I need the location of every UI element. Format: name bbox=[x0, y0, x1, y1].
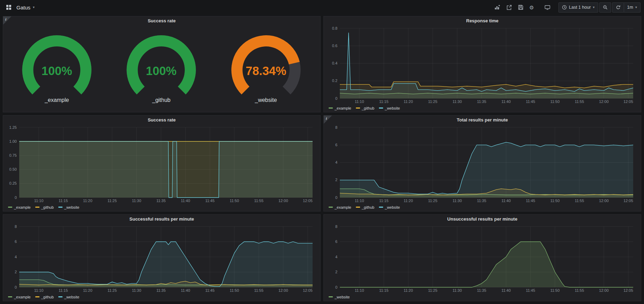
panel-info-icon[interactable]: i bbox=[324, 116, 332, 124]
gear-icon[interactable]: ⚙ bbox=[527, 3, 536, 12]
legend-item-_website[interactable]: _website bbox=[379, 106, 400, 110]
panel-total-results: i Total results per minute 11:1011:1511:… bbox=[323, 115, 641, 212]
chart-canvas[interactable]: 11:1011:1511:2011:2511:3011:3511:4011:45… bbox=[325, 223, 639, 294]
x-axis-tick-label: 11:50 bbox=[550, 199, 560, 203]
x-axis-tick-label: 11:40 bbox=[502, 99, 511, 104]
legend-item-_example[interactable]: _example bbox=[8, 205, 31, 209]
x-axis-tick-label: 11:30 bbox=[453, 288, 462, 292]
navbar: Gatus ▾ ⚙ bbox=[0, 0, 644, 15]
cycle-view-monitor-icon[interactable] bbox=[542, 3, 553, 12]
legend-series-name: _example bbox=[14, 205, 31, 209]
chart-canvas[interactable]: 11:1011:1511:2011:2511:3011:3511:4011:45… bbox=[5, 124, 318, 204]
chart-canvas[interactable]: 11:1011:1511:2011:2511:3011:3511:4011:45… bbox=[325, 124, 639, 204]
legend-item-_website[interactable]: _website bbox=[379, 205, 400, 209]
panel-header[interactable]: Total results per minute bbox=[324, 116, 641, 124]
x-axis-tick-label: 11:15 bbox=[59, 199, 68, 203]
chart-legend: _example_github_website bbox=[5, 204, 318, 210]
chevron-down-icon[interactable]: ▾ bbox=[33, 6, 35, 9]
y-axis-tick-label: 1.25 bbox=[9, 125, 17, 129]
y-axis-tick-label: 0 bbox=[15, 195, 17, 200]
legend-series-color bbox=[379, 207, 383, 208]
chart-unsuccessful-results[interactable]: 11:1011:1511:2011:2511:3011:3511:4011:45… bbox=[325, 223, 639, 294]
legend-series-color bbox=[329, 107, 333, 109]
x-axis-tick-label: 11:25 bbox=[428, 199, 438, 203]
chart-canvas[interactable]: 11:1011:1511:2011:2511:3011:3511:4011:45… bbox=[5, 223, 318, 294]
x-axis-tick-label: 11:35 bbox=[156, 288, 166, 292]
refresh-button[interactable] bbox=[612, 2, 624, 13]
share-icon[interactable] bbox=[504, 3, 514, 12]
legend-item-_github[interactable]: _github bbox=[35, 205, 54, 209]
y-axis-tick-label: 4 bbox=[335, 255, 337, 259]
x-axis-tick-label: 11:25 bbox=[428, 288, 438, 292]
x-axis-tick-label: 11:40 bbox=[502, 288, 511, 292]
x-axis-tick-label: 11:50 bbox=[550, 288, 560, 292]
y-axis-tick-label: 2 bbox=[335, 178, 337, 182]
panel-title[interactable]: Unsuccessful results per minute bbox=[447, 216, 518, 222]
y-axis-tick-label: 0.4 bbox=[332, 61, 337, 65]
panel-header[interactable]: Success rate bbox=[3, 116, 320, 124]
legend-item-_example[interactable]: _example bbox=[329, 106, 351, 110]
panel-title[interactable]: Success rate bbox=[148, 117, 176, 123]
panel-header[interactable]: Successful results per minute bbox=[3, 215, 320, 223]
x-axis-tick-label: 11:35 bbox=[477, 288, 486, 292]
legend-item-_github[interactable]: _github bbox=[356, 106, 374, 110]
legend-item-_website[interactable]: _website bbox=[58, 205, 79, 209]
zoom-out-button[interactable] bbox=[599, 2, 611, 13]
chart-legend: _example_github_website bbox=[5, 294, 318, 300]
panel-successful-results: Successful results per minute 11:1011:15… bbox=[3, 214, 321, 301]
add-panel-button[interactable] bbox=[492, 3, 503, 12]
legend-item-_website[interactable]: _website bbox=[58, 295, 79, 299]
x-axis-tick-label: 11:20 bbox=[404, 99, 413, 104]
legend-item-_github[interactable]: _github bbox=[35, 295, 54, 299]
chart-response-time[interactable]: 11:1011:1511:2011:2511:3011:3511:4011:45… bbox=[325, 25, 639, 105]
panel-success-rate-gauges: i Success rate 100%_example100%_github78… bbox=[3, 16, 321, 112]
legend-series-name: _website bbox=[385, 106, 400, 110]
legend-series-color bbox=[58, 207, 63, 208]
y-axis-tick-label: 4 bbox=[15, 255, 17, 259]
chevron-down-icon: ▾ bbox=[593, 6, 595, 9]
panel-title[interactable]: Response time bbox=[466, 18, 498, 23]
x-axis-tick-label: 11:20 bbox=[83, 288, 93, 292]
x-axis-tick-label: 11:20 bbox=[83, 199, 93, 203]
x-axis-tick-label: 11:30 bbox=[453, 99, 462, 104]
panel-title[interactable]: Success rate bbox=[148, 18, 176, 23]
dashboard-grid-icon[interactable] bbox=[3, 3, 14, 12]
legend-series-name: _example bbox=[14, 295, 31, 299]
refresh-interval-label: 1m bbox=[627, 5, 633, 10]
x-axis-tick-label: 11:50 bbox=[230, 199, 239, 203]
panel-title[interactable]: Total results per minute bbox=[457, 117, 508, 123]
save-icon[interactable] bbox=[515, 3, 526, 12]
panel-header[interactable]: Unsuccessful results per minute bbox=[324, 215, 641, 223]
legend-item-_example[interactable]: _example bbox=[8, 295, 31, 299]
panel-unsuccessful-results: Unsuccessful results per minute 11:1011:… bbox=[323, 214, 641, 301]
x-axis-tick-label: 11:40 bbox=[502, 199, 511, 203]
y-axis-tick-label: 6 bbox=[335, 239, 337, 244]
gauge-label: _github bbox=[152, 97, 171, 103]
panel-title[interactable]: Successful results per minute bbox=[130, 216, 194, 222]
chart-total-results[interactable]: 11:1011:1511:2011:2511:3011:3511:4011:45… bbox=[325, 124, 639, 204]
legend-item-_website[interactable]: _website bbox=[329, 295, 350, 299]
x-axis-tick-label: 12:05 bbox=[303, 199, 313, 203]
y-axis-tick-label: 2 bbox=[335, 270, 337, 274]
legend-item-_github[interactable]: _github bbox=[356, 205, 374, 209]
gauge-_example: 100%_example bbox=[5, 33, 109, 103]
x-axis-tick-label: 11:45 bbox=[526, 99, 535, 104]
gauge-_website: 78.34%_website bbox=[214, 33, 318, 103]
chart-canvas[interactable]: 11:1011:1511:2011:2511:3011:3511:4011:45… bbox=[325, 25, 639, 105]
gauge-label: _website bbox=[255, 97, 277, 103]
x-axis-tick-label: 11:10 bbox=[355, 288, 364, 292]
x-axis-tick-label: 11:45 bbox=[526, 199, 535, 203]
panel-info-icon[interactable]: i bbox=[3, 16, 12, 25]
panel-header[interactable]: Response time bbox=[324, 16, 641, 25]
y-axis-tick-label: 0.75 bbox=[9, 153, 17, 157]
clock-icon bbox=[562, 5, 567, 10]
time-range-picker[interactable]: Last 1 hour ▾ bbox=[558, 2, 598, 13]
dashboard-title[interactable]: Gatus bbox=[16, 5, 30, 10]
legend-item-_example[interactable]: _example bbox=[329, 205, 351, 209]
chart-success-rate[interactable]: 11:1011:1511:2011:2511:3011:3511:4011:45… bbox=[5, 124, 318, 204]
panel-header[interactable]: Success rate bbox=[3, 16, 320, 25]
x-axis-tick-label: 11:35 bbox=[477, 199, 486, 203]
chart-successful-results[interactable]: 11:1011:1511:2011:2511:3011:3511:4011:45… bbox=[5, 223, 318, 294]
x-axis-tick-label: 11:50 bbox=[230, 288, 239, 292]
refresh-interval-picker[interactable]: 1m ▾ bbox=[624, 2, 641, 13]
